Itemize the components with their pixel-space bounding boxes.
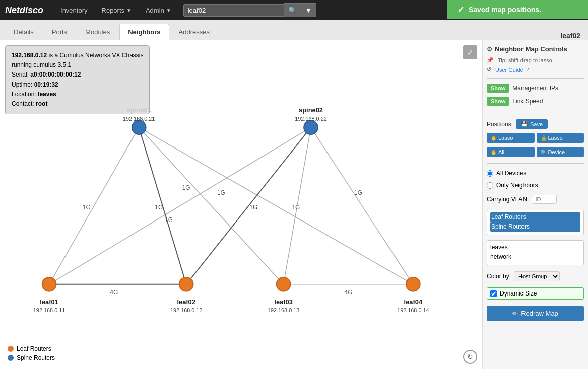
panel-settings-icon: ⚙ [487, 45, 493, 53]
colorby-row: Color by: Host Group Device Type OS Vend… [487, 271, 584, 281]
svg-text:leaf01: leaf01 [40, 298, 58, 306]
redraw-button[interactable]: ✏ Redraw Map [487, 306, 584, 321]
svg-text:1G: 1G [354, 189, 362, 196]
svg-text:1G: 1G [155, 204, 163, 211]
tab-neighbors[interactable]: Neighbors [119, 24, 169, 40]
svg-text:192.168.0.22: 192.168.0.22 [295, 116, 327, 122]
brand-logo: Netdisco [5, 5, 53, 16]
leaf-dot [8, 346, 14, 352]
network-option[interactable]: network [490, 252, 580, 262]
svg-text:leaf02: leaf02 [177, 298, 195, 306]
search-dropdown-button[interactable]: ▼ [301, 3, 316, 17]
right-panel: ⚙ Neighbor Map Controls 📌 Tip: shift-dra… [482, 40, 588, 369]
tab-ports[interactable]: Ports [43, 24, 76, 40]
show-linkspeed-button[interactable]: Show [487, 97, 509, 106]
leaf-routers-option[interactable]: Leaf Routers [490, 212, 580, 222]
info-uptime-label: Uptime: [12, 81, 32, 88]
info-uptime-value: 00:19:32 [34, 81, 58, 88]
admin-dropdown-icon: ▼ [166, 8, 171, 13]
svg-point-35 [406, 277, 420, 291]
show-linkspeed-label: Link Speed [512, 98, 543, 105]
search-input[interactable] [183, 4, 284, 17]
search-button[interactable]: 🔍 [284, 3, 301, 17]
success-banner: ✓ Saved map positions. [447, 0, 588, 19]
svg-text:1G: 1G [182, 184, 190, 191]
only-neighbors-row: Only Neighbors [487, 182, 584, 189]
show-linkspeed-row: Show Link Speed [487, 97, 584, 106]
legend-leaf-label: Leaf Routers [17, 345, 51, 352]
positions-label: Positions: [487, 121, 513, 128]
svg-line-5 [311, 127, 413, 284]
map-legend: Leaf Routers Spine Routers [8, 345, 55, 361]
vlan-input[interactable] [532, 195, 557, 204]
lock-lasso-button[interactable]: 🔒 Lasso [537, 133, 584, 143]
leaves-option[interactable]: leaves [490, 243, 580, 252]
all-icon: ✋ [491, 150, 497, 155]
tab-addresses[interactable]: Addresses [170, 24, 218, 40]
svg-text:spine02: spine02 [299, 106, 323, 114]
svg-text:4G: 4G [110, 289, 118, 296]
main-content: 192.168.0.12 is a Cumulus Networks VX Ch… [0, 40, 588, 369]
all-device-row: ✋ All 🔍 Device [487, 147, 584, 157]
svg-point-29 [179, 277, 193, 291]
legend-spine-label: Spine Routers [17, 354, 55, 361]
save-positions-button[interactable]: 💾 Save [516, 119, 548, 129]
info-description: is a Cumulus Networks VX Chassis [48, 52, 143, 59]
device-info-box: 192.168.0.12 is a Cumulus Networks VX Ch… [5, 45, 150, 114]
info-location-value: leaves [38, 91, 56, 98]
svg-text:192.168.0.13: 192.168.0.13 [268, 307, 300, 313]
device-button[interactable]: 🔍 Device [537, 147, 584, 157]
panel-title: Neighbor Map Controls [495, 44, 567, 54]
nav-admin[interactable]: Admin ▼ [139, 0, 178, 20]
info-serial-label: Serial: [12, 71, 29, 78]
svg-line-0 [49, 127, 139, 284]
divider-2 [487, 112, 584, 112]
all-devices-radio[interactable] [487, 170, 493, 177]
only-neighbors-radio[interactable] [487, 182, 493, 189]
info-ip: 192.168.0.12 [12, 52, 47, 59]
info-location-label: Location: [12, 91, 36, 98]
nav-inventory[interactable]: Inventory [53, 0, 94, 20]
svg-text:192.168.0.11: 192.168.0.11 [33, 307, 65, 313]
show-management-label: Management IPs [512, 85, 558, 92]
user-guide-link[interactable]: User Guide [495, 67, 524, 73]
positions-row: Positions: 💾 Save [487, 119, 584, 129]
tab-modules[interactable]: Modules [77, 24, 118, 40]
check-icon: ✓ [457, 4, 465, 15]
refresh-button[interactable]: ↻ [463, 350, 477, 364]
svg-text:4G: 4G [344, 289, 352, 296]
info-contact-label: Contact: [12, 100, 34, 107]
spine-dot [8, 355, 14, 361]
legend-leaf: Leaf Routers [8, 345, 55, 352]
svg-point-23 [304, 120, 318, 134]
legend-spine: Spine Routers [8, 354, 55, 361]
all-devices-label: All Devices [496, 170, 526, 177]
svg-text:192.168.0.21: 192.168.0.21 [123, 116, 155, 122]
reports-dropdown-icon: ▼ [126, 8, 132, 13]
spine-routers-option[interactable]: Spine Routers [490, 222, 580, 232]
networks-list[interactable]: leaves network [487, 240, 584, 265]
panel-tip: Tip: shift-drag to lasso [498, 57, 552, 63]
svg-point-32 [277, 277, 291, 291]
pin-icon: 📌 [487, 57, 494, 63]
lasso-button[interactable]: ✋ Lasso [487, 133, 535, 143]
router-types-list[interactable]: Leaf Routers Spine Routers [487, 210, 584, 235]
svg-text:1G: 1G [292, 204, 300, 211]
svg-point-20 [132, 120, 146, 134]
nav-reports[interactable]: Reports ▼ [95, 0, 139, 20]
vlan-label: Carrying VLAN: [487, 196, 529, 203]
tab-details[interactable]: Details [5, 24, 42, 40]
svg-point-26 [42, 277, 56, 291]
all-button[interactable]: ✋ All [487, 147, 535, 157]
show-management-row: Show Management IPs [487, 84, 584, 93]
colorby-select[interactable]: Host Group Device Type OS Vendor [514, 271, 560, 281]
svg-text:1G: 1G [217, 189, 225, 196]
dynamic-size-checkbox[interactable] [490, 290, 497, 297]
svg-text:1G: 1G [83, 204, 91, 211]
save-icon: 💾 [521, 121, 528, 127]
map-area: 192.168.0.12 is a Cumulus Networks VX Ch… [0, 40, 482, 369]
show-management-button[interactable]: Show [487, 84, 509, 93]
all-devices-row: All Devices [487, 170, 584, 177]
svg-text:192.168.0.14: 192.168.0.14 [397, 307, 429, 313]
info-os: running cumulus 3.5.1 [12, 60, 143, 70]
